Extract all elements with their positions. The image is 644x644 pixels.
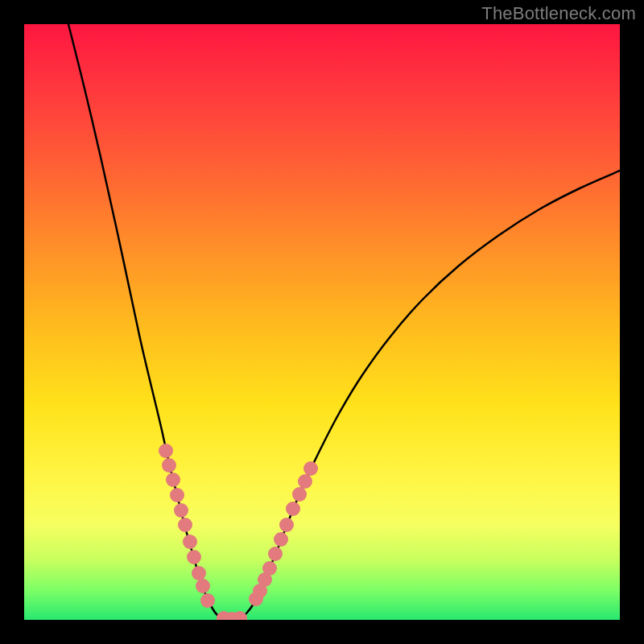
data-dot [262,561,277,576]
watermark-text: TheBottleneck.com [481,3,636,24]
data-dot [174,503,188,518]
data-dot [286,502,300,516]
plot-area [24,24,620,620]
data-dot [178,518,192,532]
data-dot [292,487,307,502]
chart-svg [24,24,620,620]
curve-left [68,24,224,618]
scatter-right [249,461,318,606]
data-dot [200,593,215,608]
data-dot [187,550,201,564]
data-dot [192,566,206,580]
data-dot [183,535,197,549]
data-dot [298,474,312,489]
data-dot [279,518,294,532]
data-dot [162,458,176,473]
curve-right [240,171,620,618]
data-dot [268,547,283,561]
data-dot [196,579,210,593]
data-dot [274,532,288,547]
data-dot [170,488,184,502]
data-dot [233,611,247,620]
scatter-left [159,444,247,620]
data-dot [159,444,173,458]
data-dot [166,473,180,487]
data-dot [303,461,318,476]
chart-frame: TheBottleneck.com [0,0,644,644]
